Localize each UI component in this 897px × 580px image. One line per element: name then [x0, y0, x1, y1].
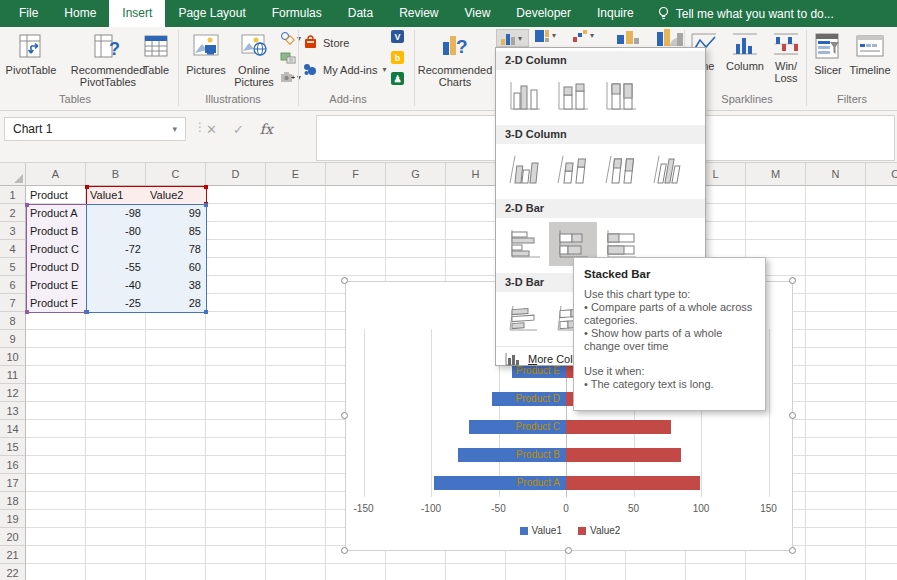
row-header-10[interactable]: 10: [0, 348, 26, 366]
column-header-e[interactable]: E: [266, 163, 326, 186]
column-header-f[interactable]: F: [326, 163, 386, 186]
row-header-8[interactable]: 8: [0, 312, 26, 330]
bar-value2-product-b[interactable]: [566, 448, 681, 462]
cell-B1[interactable]: Value1: [86, 186, 146, 204]
cell-A1[interactable]: Product: [26, 186, 86, 204]
table-button[interactable]: Table: [136, 30, 176, 76]
menu-item-100-stacked-column[interactable]: [597, 74, 645, 118]
name-box-dropdown-arrow[interactable]: ▾: [172, 124, 177, 134]
insert-column-chart-button[interactable]: ▾: [496, 29, 529, 47]
row-header-11[interactable]: 11: [0, 366, 26, 384]
row-header-2[interactable]: 2: [0, 204, 26, 222]
cell-B5[interactable]: -55: [86, 258, 146, 276]
select-all-corner[interactable]: [0, 163, 26, 186]
timeline-button[interactable]: Timeline: [846, 30, 894, 76]
recommended-charts-button[interactable]: ? Recommended Charts: [417, 30, 493, 88]
column-header-g[interactable]: G: [386, 163, 446, 186]
cell-A3[interactable]: Product B: [26, 222, 86, 240]
row-header-5[interactable]: 5: [0, 258, 26, 276]
row-header-6[interactable]: 6: [0, 276, 26, 294]
cell-C3[interactable]: 85: [146, 222, 206, 240]
cell-A2[interactable]: Product A: [26, 204, 86, 222]
tab-data[interactable]: Data: [335, 0, 386, 27]
chart-handle-5[interactable]: [341, 547, 348, 554]
row-header-19[interactable]: 19: [0, 510, 26, 528]
insert-combo-chart-button[interactable]: [614, 29, 640, 45]
legend-item-value1[interactable]: Value1: [520, 525, 562, 536]
cell-B6[interactable]: -40: [86, 276, 146, 294]
cell-C6[interactable]: 38: [146, 276, 206, 294]
column-header-o[interactable]: O: [866, 163, 897, 186]
cell-A6[interactable]: Product E: [26, 276, 86, 294]
column-header-n[interactable]: N: [806, 163, 866, 186]
tab-page-layout[interactable]: Page Layout: [165, 0, 258, 27]
row-header-13[interactable]: 13: [0, 402, 26, 420]
row-header-18[interactable]: 18: [0, 492, 26, 510]
enter-icon[interactable]: ✓: [233, 122, 244, 137]
row-header-9[interactable]: 9: [0, 330, 26, 348]
cell-A7[interactable]: Product F: [26, 294, 86, 312]
people-graph-addin-icon[interactable]: ♟: [391, 72, 404, 85]
bing-addin-icon[interactable]: b: [391, 51, 404, 64]
insert-function-icon[interactable]: fx: [260, 121, 273, 137]
sparkline-winloss-button[interactable]: Win/ Loss: [768, 30, 804, 84]
chart-handle-0[interactable]: [341, 277, 348, 284]
chart-handle-6[interactable]: [565, 547, 572, 554]
store-button[interactable]: Store: [303, 35, 349, 50]
row-header-15[interactable]: 15: [0, 438, 26, 456]
row-header-14[interactable]: 14: [0, 420, 26, 438]
smartart-button[interactable]: [280, 51, 296, 65]
cell-A5[interactable]: Product D: [26, 258, 86, 276]
row-header-20[interactable]: 20: [0, 528, 26, 546]
chart-handle-4[interactable]: [789, 412, 796, 419]
cell-C5[interactable]: 60: [146, 258, 206, 276]
online-pictures-button[interactable]: Online Pictures: [230, 30, 278, 88]
row-header-12[interactable]: 12: [0, 384, 26, 402]
menu-item-3d-stacked-column[interactable]: [549, 148, 597, 192]
menu-item-clustered-bar[interactable]: [501, 222, 549, 266]
column-header-d[interactable]: D: [206, 163, 266, 186]
sparkline-column-button[interactable]: Column: [724, 30, 766, 72]
cell-C2[interactable]: 99: [146, 204, 206, 222]
bar-value2-product-c[interactable]: [566, 420, 671, 434]
pictures-button[interactable]: Pictures: [182, 30, 230, 76]
tab-formulas[interactable]: Formulas: [259, 0, 335, 27]
menu-item-3d-clustered-column[interactable]: [501, 148, 549, 192]
cell-B3[interactable]: -80: [86, 222, 146, 240]
cell-B2[interactable]: -98: [86, 204, 146, 222]
cell-C7[interactable]: 28: [146, 294, 206, 312]
cell-A4[interactable]: Product C: [26, 240, 86, 258]
column-header-a[interactable]: A: [26, 163, 86, 186]
insert-waterfall-chart-button[interactable]: ▾: [572, 29, 594, 42]
row-header-7[interactable]: 7: [0, 294, 26, 312]
row-header-3[interactable]: 3: [0, 222, 26, 240]
tab-home[interactable]: Home: [51, 0, 109, 27]
cell-C4[interactable]: 78: [146, 240, 206, 258]
bar-value2-product-a[interactable]: [566, 476, 700, 490]
column-header-b[interactable]: B: [86, 163, 146, 186]
tell-me-box[interactable]: Tell me what you want to do...: [647, 0, 844, 27]
insert-hierarchy-chart-button[interactable]: ▾: [534, 29, 556, 42]
chart-handle-3[interactable]: [341, 412, 348, 419]
column-header-c[interactable]: C: [146, 163, 206, 186]
row-header-17[interactable]: 17: [0, 474, 26, 492]
column-header-m[interactable]: M: [746, 163, 806, 186]
pivotchart-button[interactable]: [655, 28, 685, 46]
row-header-4[interactable]: 4: [0, 240, 26, 258]
cell-C1[interactable]: Value2: [146, 186, 206, 204]
row-header-21[interactable]: 21: [0, 546, 26, 564]
menu-item-3d-column[interactable]: [645, 148, 693, 192]
tab-review[interactable]: Review: [386, 0, 451, 27]
legend-item-value2[interactable]: Value2: [578, 525, 620, 536]
chart-handle-7[interactable]: [789, 547, 796, 554]
row-header-22[interactable]: 22: [0, 564, 26, 580]
row-header-1[interactable]: 1: [0, 186, 26, 204]
pivottable-button[interactable]: PivotTable: [2, 30, 60, 76]
tab-inquire[interactable]: Inquire: [584, 0, 647, 27]
visio-addin-icon[interactable]: V: [391, 30, 404, 43]
menu-item-clustered-column[interactable]: [501, 74, 549, 118]
tab-insert[interactable]: Insert: [109, 0, 165, 27]
cancel-icon[interactable]: ✕: [206, 122, 217, 137]
my-addins-button[interactable]: My Add-ins ▾: [303, 63, 386, 76]
name-box[interactable]: Chart 1 ▾: [4, 117, 186, 141]
